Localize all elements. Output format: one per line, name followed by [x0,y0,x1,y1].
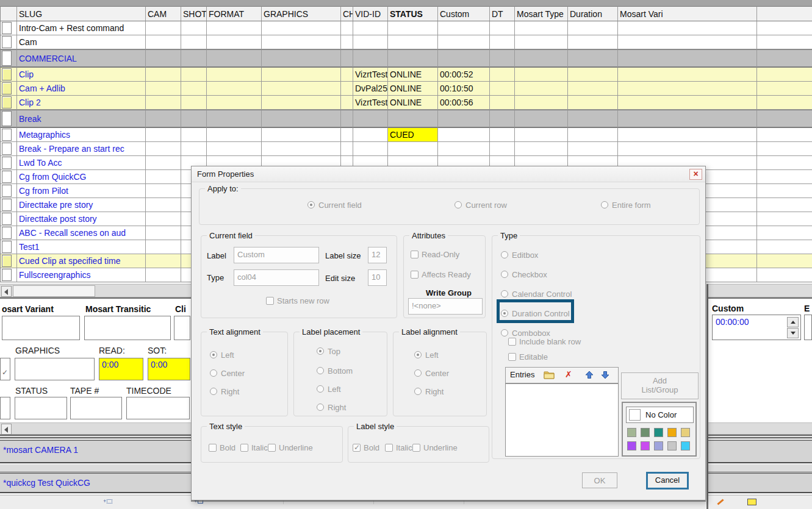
grid-cell-shot[interactable] [181,68,207,82]
grid-cell-status[interactable]: ONLINE [388,68,438,82]
column-header-slug[interactable]: SLUG [17,6,146,21]
grid-cell-sel[interactable] [1,128,17,142]
radio-combobox[interactable] [501,329,508,336]
grid-cell-sel[interactable] [1,68,17,82]
grid-cell-custom[interactable]: 00:10:50 [438,82,490,96]
grid-cell-extra[interactable] [757,170,812,184]
grid-cell-cam[interactable] [146,198,181,212]
row-selector[interactable] [2,143,12,155]
row-selector[interactable] [2,111,12,126]
grid-cell-custom[interactable]: 00:00:56 [438,96,490,110]
label-input[interactable]: Custom [234,247,319,263]
grid-cell-slug[interactable]: COMMERCIAL [17,49,146,68]
grid-cell-extra[interactable] [757,82,812,96]
grid-cell-sel[interactable] [1,170,17,184]
grid-cell-mosart_variant[interactable] [618,21,757,35]
grid-cell-extra[interactable] [757,96,812,110]
partial-input[interactable] [0,397,10,419]
grid-cell-cam[interactable] [146,254,181,268]
grid-cell-shot[interactable] [181,96,207,110]
grid-cell-dt[interactable] [490,82,515,96]
grid-cell-status[interactable] [388,142,438,156]
grid-cell-status[interactable]: CUED [388,128,438,142]
combo-partial[interactable]: ✓ [0,358,10,380]
yellow-field-icon[interactable] [747,499,756,505]
scrollbar-thumb[interactable] [13,285,95,297]
grid-cell-format[interactable] [207,21,262,35]
radio-label-align-right[interactable] [414,388,422,395]
grid-cell-cam[interactable] [146,35,181,49]
custom-duration-spinner[interactable]: 00:00:00 [712,315,801,340]
grid-cell-extra[interactable] [757,110,812,128]
color-swatch[interactable] [627,441,636,450]
grid-cell-sel[interactable] [1,254,17,268]
grid-cell-extra[interactable] [757,226,812,240]
add-dotted-field-icon[interactable]: + [103,498,112,504]
color-swatch[interactable] [654,428,663,437]
grid-cell-mosart_type[interactable] [515,21,568,35]
row-selector[interactable] [2,36,12,48]
grid-cell-graphics[interactable] [262,110,341,128]
grid-cell-slug[interactable]: Break [17,110,146,128]
row-selector[interactable] [2,213,12,225]
grid-cell-slug[interactable]: Cg from Pilot [17,184,146,198]
grid-cell-custom[interactable] [438,35,490,49]
new-folder-icon[interactable] [544,370,555,380]
grid-cell-extra[interactable] [757,142,812,156]
grid-cell-mosart_type[interactable] [515,110,568,128]
ok-button[interactable]: OK [582,472,617,488]
color-swatch[interactable] [654,441,663,450]
row-selector[interactable] [2,51,12,66]
radio-placement-top[interactable] [317,347,324,355]
grid-cell-ch[interactable] [341,96,353,110]
grid-cell-slug[interactable]: Clip [17,68,146,82]
radio-current-row[interactable] [455,201,462,208]
grid-cell-slug[interactable]: Break - Prepare an start rec [17,142,146,156]
grid-cell-dt[interactable] [490,142,515,156]
grid-cell-duration[interactable] [568,82,618,96]
grid-cell-ch[interactable] [341,142,353,156]
read-only-checkbox[interactable] [411,251,419,258]
radio-placement-bottom[interactable] [317,367,324,374]
mosart-variant-input[interactable] [2,316,80,340]
grid-cell-extra[interactable] [757,240,812,254]
grid-cell-extra[interactable] [757,35,812,49]
grid-cell-ch[interactable] [341,49,353,68]
rundown-row[interactable]: MetagraphicsCUED [1,128,812,142]
row-selector[interactable] [2,269,12,281]
scroll-left-button2[interactable] [1,424,12,435]
row-selector[interactable] [2,157,12,169]
write-group-input[interactable]: !<none> [408,298,483,315]
rundown-row[interactable]: Intro-Cam + Rest command [1,21,812,35]
row-selector[interactable] [2,96,12,109]
type-input[interactable]: col04 [234,269,319,286]
grid-cell-shot[interactable] [181,21,207,35]
grid-cell-cam[interactable] [146,226,181,240]
delete-entry-icon[interactable]: ✗ [565,369,572,379]
column-header-vid-id[interactable]: VID-ID [353,6,388,21]
mosart-transition-input[interactable] [84,316,171,340]
grid-cell-dt[interactable] [490,68,515,82]
grid-cell-vid[interactable] [353,110,388,128]
graphics-input[interactable] [15,358,95,380]
panel-divider[interactable] [706,284,708,509]
grid-cell-mosart_variant[interactable] [618,68,757,82]
column-header-ch[interactable]: CH [341,6,353,21]
grid-cell-shot[interactable] [181,35,207,49]
read-input[interactable]: 0:00 [99,358,143,380]
grid-cell-cam[interactable] [146,212,181,226]
column-header-dt[interactable]: DT [490,6,515,21]
grid-cell-format[interactable] [207,35,262,49]
rundown-row[interactable]: ClipVizrtTest1ONLINE00:00:52 [1,68,812,82]
grid-cell-status[interactable] [388,49,438,68]
grid-cell-cam[interactable] [146,184,181,198]
grid-cell-cam[interactable] [146,128,181,142]
grid-cell-cam[interactable] [146,240,181,254]
radio-text-align-left[interactable] [210,351,217,358]
grid-cell-ch[interactable] [341,35,353,49]
edit-size-input[interactable]: 10 [368,269,387,286]
radio-current-field[interactable] [307,201,315,208]
label-underline-checkbox[interactable] [412,444,420,452]
pen-icon[interactable] [717,499,724,505]
entries-listbox[interactable] [505,383,619,457]
